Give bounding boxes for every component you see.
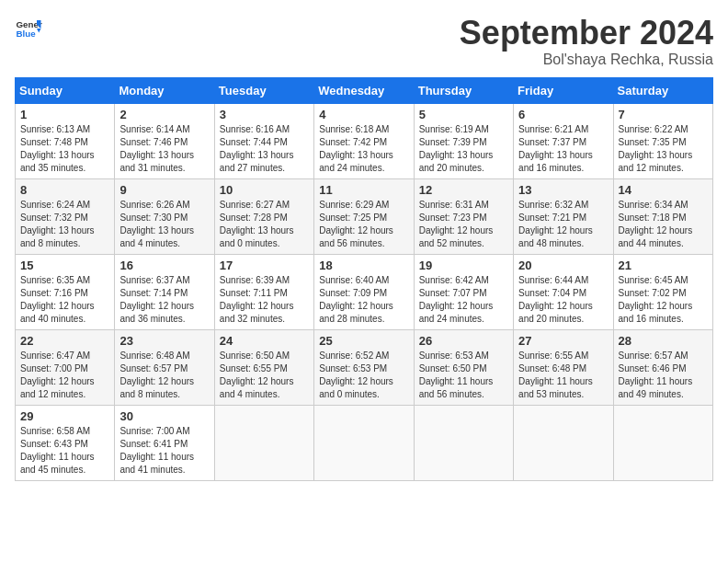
day-number: 21 — [619, 259, 708, 272]
day-info: Sunrise: 6:44 AM Sunset: 7:04 PM Dayligh… — [518, 274, 608, 326]
day-info: Sunrise: 6:42 AM Sunset: 7:07 PM Dayligh… — [419, 274, 508, 326]
calendar-cell: 11Sunrise: 6:29 AM Sunset: 7:25 PM Dayli… — [314, 178, 414, 254]
calendar-cell: 26Sunrise: 6:53 AM Sunset: 6:50 PM Dayli… — [414, 329, 513, 405]
title-block: September 2024 Bol'shaya Rechka, Russia — [460, 15, 713, 68]
day-info: Sunrise: 6:50 AM Sunset: 6:55 PM Dayligh… — [220, 350, 309, 401]
day-info: Sunrise: 6:58 AM Sunset: 6:43 PM Dayligh… — [20, 425, 109, 477]
calendar-cell: 23Sunrise: 6:48 AM Sunset: 6:57 PM Dayli… — [115, 329, 214, 405]
day-info: Sunrise: 6:29 AM Sunset: 7:25 PM Dayligh… — [319, 199, 408, 250]
day-header-friday: Friday — [514, 77, 613, 103]
day-header-sunday: Sunday — [16, 77, 115, 103]
logo-icon: General Blue — [15, 15, 42, 42]
day-number: 9 — [119, 183, 209, 197]
day-number: 28 — [619, 334, 708, 348]
day-number: 20 — [518, 259, 608, 272]
calendar-cell: 1Sunrise: 6:13 AM Sunset: 7:48 PM Daylig… — [16, 103, 115, 178]
calendar-cell — [414, 405, 513, 480]
day-info: Sunrise: 6:45 AM Sunset: 7:02 PM Dayligh… — [619, 274, 708, 326]
calendar-cell: 10Sunrise: 6:27 AM Sunset: 7:28 PM Dayli… — [214, 178, 313, 254]
day-number: 22 — [20, 334, 109, 348]
day-number: 1 — [20, 108, 109, 121]
svg-text:Blue: Blue — [17, 29, 37, 39]
day-info: Sunrise: 7:00 AM Sunset: 6:41 PM Dayligh… — [119, 425, 209, 477]
day-info: Sunrise: 6:47 AM Sunset: 7:00 PM Dayligh… — [20, 350, 109, 401]
calendar-cell: 6Sunrise: 6:21 AM Sunset: 7:37 PM Daylig… — [514, 103, 613, 178]
day-number: 16 — [119, 259, 209, 272]
day-info: Sunrise: 6:34 AM Sunset: 7:18 PM Dayligh… — [619, 199, 708, 250]
day-number: 5 — [419, 108, 508, 121]
calendar-cell — [314, 405, 414, 480]
calendar-cell: 28Sunrise: 6:57 AM Sunset: 6:46 PM Dayli… — [613, 329, 712, 405]
day-header-thursday: Thursday — [414, 77, 513, 103]
day-number: 17 — [220, 259, 309, 272]
day-header-saturday: Saturday — [613, 77, 712, 103]
day-number: 14 — [619, 183, 708, 197]
day-number: 2 — [119, 108, 209, 121]
svg-marker-3 — [37, 29, 41, 33]
day-info: Sunrise: 6:53 AM Sunset: 6:50 PM Dayligh… — [419, 350, 508, 401]
calendar-cell: 20Sunrise: 6:44 AM Sunset: 7:04 PM Dayli… — [514, 254, 613, 329]
calendar-cell: 30Sunrise: 7:00 AM Sunset: 6:41 PM Dayli… — [115, 405, 214, 480]
day-info: Sunrise: 6:16 AM Sunset: 7:44 PM Dayligh… — [220, 123, 309, 175]
calendar-cell: 25Sunrise: 6:52 AM Sunset: 6:53 PM Dayli… — [314, 329, 414, 405]
day-info: Sunrise: 6:14 AM Sunset: 7:46 PM Dayligh… — [119, 123, 209, 175]
calendar-cell: 21Sunrise: 6:45 AM Sunset: 7:02 PM Dayli… — [613, 254, 712, 329]
calendar-cell: 9Sunrise: 6:26 AM Sunset: 7:30 PM Daylig… — [115, 178, 214, 254]
day-number: 10 — [220, 183, 309, 197]
day-number: 6 — [518, 108, 608, 121]
day-header-tuesday: Tuesday — [214, 77, 313, 103]
calendar-cell — [514, 405, 613, 480]
calendar-cell: 16Sunrise: 6:37 AM Sunset: 7:14 PM Dayli… — [115, 254, 214, 329]
day-info: Sunrise: 6:18 AM Sunset: 7:42 PM Dayligh… — [319, 123, 408, 175]
calendar-cell: 13Sunrise: 6:32 AM Sunset: 7:21 PM Dayli… — [514, 178, 613, 254]
day-number: 4 — [319, 108, 408, 121]
day-info: Sunrise: 6:21 AM Sunset: 7:37 PM Dayligh… — [518, 123, 608, 175]
day-number: 12 — [419, 183, 508, 197]
day-info: Sunrise: 6:31 AM Sunset: 7:23 PM Dayligh… — [419, 199, 508, 250]
calendar-cell: 7Sunrise: 6:22 AM Sunset: 7:35 PM Daylig… — [613, 103, 712, 178]
day-number: 7 — [619, 108, 708, 121]
day-info: Sunrise: 6:39 AM Sunset: 7:11 PM Dayligh… — [220, 274, 309, 326]
day-info: Sunrise: 6:19 AM Sunset: 7:39 PM Dayligh… — [419, 123, 508, 175]
day-number: 15 — [20, 259, 109, 272]
calendar-cell: 29Sunrise: 6:58 AM Sunset: 6:43 PM Dayli… — [16, 405, 115, 480]
day-number: 30 — [119, 409, 209, 423]
day-info: Sunrise: 6:37 AM Sunset: 7:14 PM Dayligh… — [119, 274, 209, 326]
calendar-cell: 14Sunrise: 6:34 AM Sunset: 7:18 PM Dayli… — [613, 178, 712, 254]
day-info: Sunrise: 6:55 AM Sunset: 6:48 PM Dayligh… — [518, 350, 608, 401]
calendar-cell — [214, 405, 313, 480]
logo: General Blue — [15, 15, 42, 42]
day-info: Sunrise: 6:26 AM Sunset: 7:30 PM Dayligh… — [119, 199, 209, 250]
day-number: 26 — [419, 334, 508, 348]
calendar-cell: 22Sunrise: 6:47 AM Sunset: 7:00 PM Dayli… — [16, 329, 115, 405]
day-info: Sunrise: 6:48 AM Sunset: 6:57 PM Dayligh… — [119, 350, 209, 401]
calendar-cell: 18Sunrise: 6:40 AM Sunset: 7:09 PM Dayli… — [314, 254, 414, 329]
day-number: 29 — [20, 409, 109, 423]
month-title: September 2024 — [460, 15, 713, 52]
day-info: Sunrise: 6:52 AM Sunset: 6:53 PM Dayligh… — [319, 350, 408, 401]
day-number: 3 — [220, 108, 309, 121]
calendar-cell: 2Sunrise: 6:14 AM Sunset: 7:46 PM Daylig… — [115, 103, 214, 178]
day-info: Sunrise: 6:24 AM Sunset: 7:32 PM Dayligh… — [20, 199, 109, 250]
calendar-cell — [613, 405, 712, 480]
day-number: 25 — [319, 334, 408, 348]
page-header: General Blue September 2024 Bol'shaya Re… — [15, 15, 713, 68]
day-info: Sunrise: 6:32 AM Sunset: 7:21 PM Dayligh… — [518, 199, 608, 250]
calendar-cell: 12Sunrise: 6:31 AM Sunset: 7:23 PM Dayli… — [414, 178, 513, 254]
calendar-cell: 15Sunrise: 6:35 AM Sunset: 7:16 PM Dayli… — [16, 254, 115, 329]
day-header-monday: Monday — [115, 77, 214, 103]
day-info: Sunrise: 6:57 AM Sunset: 6:46 PM Dayligh… — [619, 350, 708, 401]
day-number: 11 — [319, 183, 408, 197]
day-number: 27 — [518, 334, 608, 348]
calendar-cell: 4Sunrise: 6:18 AM Sunset: 7:42 PM Daylig… — [314, 103, 414, 178]
calendar-cell: 17Sunrise: 6:39 AM Sunset: 7:11 PM Dayli… — [214, 254, 313, 329]
day-header-wednesday: Wednesday — [314, 77, 414, 103]
calendar-cell: 5Sunrise: 6:19 AM Sunset: 7:39 PM Daylig… — [414, 103, 513, 178]
location: Bol'shaya Rechka, Russia — [460, 52, 713, 68]
day-number: 8 — [20, 183, 109, 197]
day-info: Sunrise: 6:27 AM Sunset: 7:28 PM Dayligh… — [220, 199, 309, 250]
day-number: 23 — [119, 334, 209, 348]
day-info: Sunrise: 6:35 AM Sunset: 7:16 PM Dayligh… — [20, 274, 109, 326]
day-number: 13 — [518, 183, 608, 197]
calendar-cell: 8Sunrise: 6:24 AM Sunset: 7:32 PM Daylig… — [16, 178, 115, 254]
